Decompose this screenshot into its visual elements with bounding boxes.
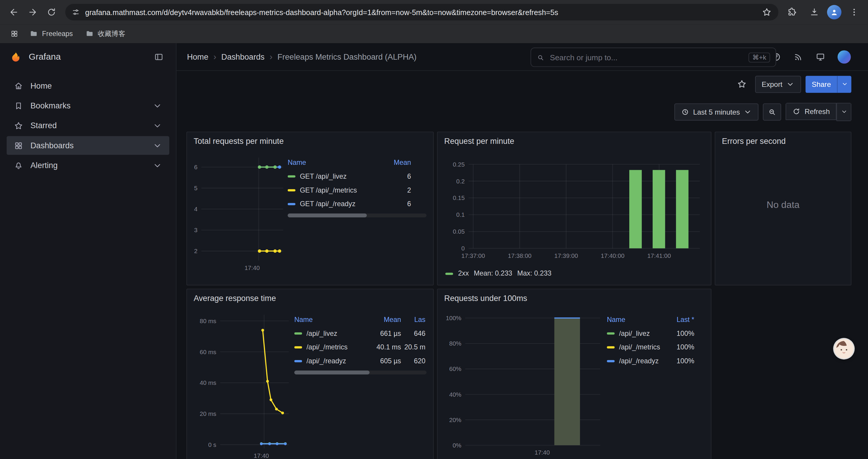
- panel-header[interactable]: Average response time: [187, 289, 433, 307]
- bar-chart[interactable]: 100%80%60%40%20%0%17:40: [439, 309, 607, 459]
- sidebar-item-bookmarks[interactable]: Bookmarks: [6, 96, 169, 115]
- bookmark-label: Freeleaps: [42, 30, 73, 37]
- series-name[interactable]: GET /api/_livez: [300, 172, 346, 180]
- search-input[interactable]: [549, 52, 744, 62]
- bookmark-icon: [14, 101, 23, 110]
- breadcrumb-current: Freeleaps Metrics Dashboard (ALPHA): [277, 52, 416, 61]
- chart-svg: 100%80%60%40%20%0%17:40: [439, 309, 607, 459]
- legend-col-header[interactable]: Las: [401, 316, 426, 323]
- extensions-icon[interactable]: [783, 3, 802, 22]
- breadcrumb-home[interactable]: Home: [187, 52, 208, 61]
- display-icon[interactable]: [815, 52, 826, 62]
- scrollbar-thumb[interactable]: [288, 214, 367, 218]
- breadcrumb-dashboards[interactable]: Dashboards: [221, 52, 265, 61]
- legend-row: /api/_/readyz605 µs620: [294, 354, 427, 368]
- panel-header[interactable]: Errors per second: [715, 132, 851, 150]
- share-menu-button[interactable]: [837, 76, 851, 93]
- chevron-down-icon[interactable]: [153, 101, 162, 110]
- sidebar-item-home[interactable]: Home: [6, 76, 169, 95]
- series-value: 605 µs: [367, 357, 401, 365]
- avatar-face: [834, 339, 854, 359]
- svg-text:0 s: 0 s: [208, 441, 216, 448]
- legend-col-header[interactable]: Last *: [663, 316, 694, 323]
- breadcrumb-separator: ›: [270, 52, 272, 61]
- series-swatch: [607, 332, 615, 334]
- url-text[interactable]: grafana.mathmast.com/d/deytv4rwavabkb/fr…: [85, 8, 756, 16]
- series-name[interactable]: /api/_/metrics: [306, 343, 347, 351]
- series-name[interactable]: /api/_/readyz: [619, 357, 658, 365]
- chevron-down-icon: [840, 108, 847, 115]
- panel-title[interactable]: Requests under 100ms: [444, 294, 527, 302]
- url-bar[interactable]: grafana.mathmast.com/d/deytv4rwavabkb/fr…: [65, 4, 778, 21]
- chevron-down-icon[interactable]: [153, 121, 162, 130]
- share-button[interactable]: Share: [806, 76, 837, 93]
- bookmark-folder-blogs[interactable]: 收藏博客: [80, 27, 130, 41]
- grafana-logo[interactable]: [9, 50, 23, 64]
- export-button[interactable]: Export: [755, 76, 801, 93]
- bookmark-folder-freeleaps[interactable]: Freeleaps: [24, 27, 78, 41]
- series-name[interactable]: /api/_/metrics: [619, 343, 660, 351]
- apps-grid-icon[interactable]: [6, 26, 22, 41]
- svg-text:0.2: 0.2: [456, 178, 465, 185]
- sidebar-item-starred[interactable]: Starred: [6, 116, 169, 135]
- site-settings-icon[interactable]: [72, 8, 80, 16]
- chart-legend: 2xx Mean: 0.233 Max: 0.233: [445, 269, 704, 277]
- legend-col-header[interactable]: Name: [607, 316, 625, 323]
- legend-col-header[interactable]: Name: [294, 316, 313, 323]
- panel-title[interactable]: Average response time: [193, 294, 276, 302]
- series-name[interactable]: /api/_livez: [619, 329, 650, 337]
- legend-col-header[interactable]: Name: [288, 158, 306, 166]
- series-swatch: [294, 346, 302, 348]
- panel-header[interactable]: Request per minute: [438, 132, 711, 150]
- search-box[interactable]: ⌘+k: [531, 47, 776, 67]
- series-name[interactable]: GET /api/_/readyz: [300, 200, 355, 208]
- series-name[interactable]: /api/_livez: [306, 329, 337, 337]
- refresh-button[interactable]: Refresh: [786, 102, 836, 120]
- breadcrumb-separator: ›: [213, 52, 216, 61]
- back-button[interactable]: [4, 3, 23, 22]
- panel-requests-under-100ms: Requests under 100ms 100%80%60%40%20%0%1…: [437, 289, 711, 459]
- news-rss-icon[interactable]: [793, 52, 803, 62]
- sidebar-item-dashboards[interactable]: Dashboards: [6, 136, 169, 155]
- legend-col-header[interactable]: Mean: [367, 316, 401, 323]
- svg-text:2: 2: [194, 248, 197, 254]
- forward-button[interactable]: [23, 3, 42, 22]
- time-range-picker[interactable]: Last 5 minutes: [674, 103, 759, 120]
- chevron-down-icon[interactable]: [153, 161, 162, 170]
- svg-text:60 ms: 60 ms: [200, 349, 216, 355]
- refresh-interval-button[interactable]: [836, 102, 851, 121]
- series-name[interactable]: 2xx: [458, 269, 469, 277]
- legend-scrollbar[interactable]: [294, 371, 427, 374]
- download-icon[interactable]: [805, 3, 824, 22]
- bookmarks-bar: Freeleaps 收藏博客: [0, 24, 868, 43]
- legend-col-header[interactable]: Mean: [380, 158, 411, 166]
- chart-svg: 6543217:40: [188, 152, 288, 276]
- zoom-out-button[interactable]: [763, 103, 781, 120]
- panel-header[interactable]: Total requests per minute: [187, 132, 433, 150]
- bar-chart[interactable]: 0.250.20.150.10.05017:37:0017:38:0017:39…: [444, 152, 704, 265]
- series-name[interactable]: /api/_/readyz: [306, 357, 346, 365]
- scrollbar-thumb[interactable]: [294, 371, 370, 374]
- profile-avatar[interactable]: [827, 5, 841, 20]
- menu-icon[interactable]: [845, 3, 864, 22]
- brand-name[interactable]: Grafana: [29, 52, 144, 62]
- assistant-avatar-button[interactable]: [834, 339, 854, 359]
- chevron-down-icon[interactable]: [153, 141, 162, 150]
- search-shortcut: ⌘+k: [748, 52, 770, 62]
- panel-header[interactable]: Requests under 100ms: [438, 289, 711, 307]
- legend-row: /api/_/metrics100%: [607, 340, 704, 354]
- timeseries-chart[interactable]: 6543217:40: [188, 152, 288, 278]
- user-avatar[interactable]: [838, 50, 851, 63]
- reload-button[interactable]: [42, 3, 61, 22]
- legend-scrollbar[interactable]: [288, 214, 427, 218]
- panel-title[interactable]: Request per minute: [444, 137, 514, 145]
- timeseries-chart[interactable]: 80 ms60 ms40 ms20 ms0 s17:40: [188, 309, 294, 459]
- panel-title[interactable]: Total requests per minute: [193, 137, 284, 145]
- svg-text:17:40: 17:40: [534, 449, 550, 456]
- dock-sidebar-icon[interactable]: [150, 49, 167, 65]
- favorite-star-icon[interactable]: [733, 75, 751, 93]
- series-name[interactable]: GET /api/_/metrics: [300, 186, 357, 194]
- panel-title[interactable]: Errors per second: [722, 137, 786, 145]
- sidebar-item-alerting[interactable]: Alerting: [6, 156, 169, 175]
- bookmark-star-icon[interactable]: [762, 7, 772, 17]
